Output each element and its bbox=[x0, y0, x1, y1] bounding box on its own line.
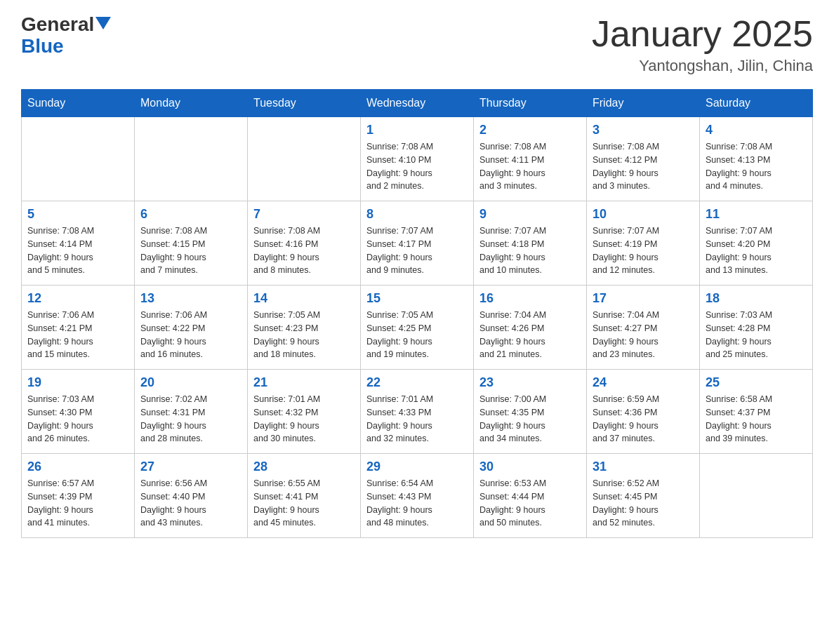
svg-marker-0 bbox=[95, 17, 111, 29]
col-friday: Friday bbox=[587, 90, 700, 117]
calendar-week-row: 19Sunrise: 7:03 AM Sunset: 4:30 PM Dayli… bbox=[22, 370, 813, 454]
day-info: Sunrise: 6:56 AM Sunset: 4:40 PM Dayligh… bbox=[140, 477, 241, 530]
day-number: 23 bbox=[479, 375, 581, 390]
day-number: 8 bbox=[366, 207, 468, 222]
day-info: Sunrise: 7:04 AM Sunset: 4:26 PM Dayligh… bbox=[479, 309, 581, 361]
day-info: Sunrise: 6:53 AM Sunset: 4:44 PM Dayligh… bbox=[479, 477, 581, 530]
day-number: 31 bbox=[593, 459, 694, 474]
logo-triangle-icon bbox=[95, 17, 111, 29]
day-number: 18 bbox=[706, 291, 807, 306]
day-number: 27 bbox=[140, 459, 241, 474]
day-info: Sunrise: 6:52 AM Sunset: 4:45 PM Dayligh… bbox=[593, 477, 694, 530]
calendar-cell bbox=[700, 454, 813, 538]
calendar-cell: 25Sunrise: 6:58 AM Sunset: 4:37 PM Dayli… bbox=[700, 370, 813, 454]
day-info: Sunrise: 7:08 AM Sunset: 4:12 PM Dayligh… bbox=[593, 140, 694, 193]
day-info: Sunrise: 7:08 AM Sunset: 4:14 PM Dayligh… bbox=[27, 224, 128, 277]
day-info: Sunrise: 7:07 AM Sunset: 4:19 PM Dayligh… bbox=[593, 224, 694, 277]
logo-text-blue: Blue bbox=[21, 36, 64, 58]
day-info: Sunrise: 7:06 AM Sunset: 4:21 PM Dayligh… bbox=[27, 309, 128, 361]
day-info: Sunrise: 7:03 AM Sunset: 4:30 PM Dayligh… bbox=[27, 393, 128, 445]
calendar-cell: 22Sunrise: 7:01 AM Sunset: 4:33 PM Dayli… bbox=[361, 370, 474, 454]
calendar-body: 1Sunrise: 7:08 AM Sunset: 4:10 PM Daylig… bbox=[22, 117, 813, 538]
calendar-subtitle: Yantongshan, Jilin, China bbox=[592, 57, 813, 75]
day-info: Sunrise: 7:07 AM Sunset: 4:20 PM Dayligh… bbox=[706, 224, 807, 277]
day-number: 24 bbox=[593, 375, 694, 390]
col-wednesday: Wednesday bbox=[361, 90, 474, 117]
day-info: Sunrise: 7:01 AM Sunset: 4:33 PM Dayligh… bbox=[366, 393, 468, 445]
day-number: 9 bbox=[479, 207, 581, 222]
calendar-cell: 4Sunrise: 7:08 AM Sunset: 4:13 PM Daylig… bbox=[700, 117, 813, 201]
calendar-cell: 29Sunrise: 6:54 AM Sunset: 4:43 PM Dayli… bbox=[361, 454, 474, 538]
calendar-cell: 12Sunrise: 7:06 AM Sunset: 4:21 PM Dayli… bbox=[22, 286, 135, 370]
day-info: Sunrise: 7:04 AM Sunset: 4:27 PM Dayligh… bbox=[593, 309, 694, 361]
page-header: General Blue January 2025 Yantongshan, J… bbox=[21, 14, 813, 75]
calendar-cell bbox=[135, 117, 248, 201]
day-info: Sunrise: 7:00 AM Sunset: 4:35 PM Dayligh… bbox=[479, 393, 581, 445]
calendar-week-row: 1Sunrise: 7:08 AM Sunset: 4:10 PM Daylig… bbox=[22, 117, 813, 201]
day-number: 1 bbox=[366, 123, 468, 137]
day-number: 15 bbox=[366, 291, 468, 306]
col-sunday: Sunday bbox=[22, 90, 135, 117]
calendar-cell: 30Sunrise: 6:53 AM Sunset: 4:44 PM Dayli… bbox=[474, 454, 587, 538]
calendar-cell: 20Sunrise: 7:02 AM Sunset: 4:31 PM Dayli… bbox=[135, 370, 248, 454]
calendar-cell: 2Sunrise: 7:08 AM Sunset: 4:11 PM Daylig… bbox=[474, 117, 587, 201]
day-number: 10 bbox=[593, 207, 694, 222]
calendar-cell: 23Sunrise: 7:00 AM Sunset: 4:35 PM Dayli… bbox=[474, 370, 587, 454]
calendar-cell: 11Sunrise: 7:07 AM Sunset: 4:20 PM Dayli… bbox=[700, 201, 813, 286]
calendar-cell: 28Sunrise: 6:55 AM Sunset: 4:41 PM Dayli… bbox=[248, 454, 361, 538]
calendar-week-row: 12Sunrise: 7:06 AM Sunset: 4:21 PM Dayli… bbox=[22, 286, 813, 370]
day-number: 13 bbox=[140, 291, 241, 306]
day-number: 25 bbox=[706, 375, 807, 390]
calendar-cell: 10Sunrise: 7:07 AM Sunset: 4:19 PM Dayli… bbox=[587, 201, 700, 286]
calendar-cell: 16Sunrise: 7:04 AM Sunset: 4:26 PM Dayli… bbox=[474, 286, 587, 370]
logo: General Blue bbox=[21, 14, 111, 58]
col-saturday: Saturday bbox=[700, 90, 813, 117]
calendar-cell: 24Sunrise: 6:59 AM Sunset: 4:36 PM Dayli… bbox=[587, 370, 700, 454]
day-number: 3 bbox=[593, 123, 694, 137]
day-number: 17 bbox=[593, 291, 694, 306]
day-info: Sunrise: 7:05 AM Sunset: 4:23 PM Dayligh… bbox=[253, 309, 355, 361]
calendar-title: January 2025 bbox=[592, 14, 813, 54]
calendar-cell: 18Sunrise: 7:03 AM Sunset: 4:28 PM Dayli… bbox=[700, 286, 813, 370]
col-monday: Monday bbox=[135, 90, 248, 117]
calendar-cell: 7Sunrise: 7:08 AM Sunset: 4:16 PM Daylig… bbox=[248, 201, 361, 286]
calendar-week-row: 5Sunrise: 7:08 AM Sunset: 4:14 PM Daylig… bbox=[22, 201, 813, 286]
day-info: Sunrise: 7:03 AM Sunset: 4:28 PM Dayligh… bbox=[706, 309, 807, 361]
calendar-cell bbox=[248, 117, 361, 201]
day-info: Sunrise: 7:08 AM Sunset: 4:10 PM Dayligh… bbox=[366, 140, 468, 193]
calendar-cell: 15Sunrise: 7:05 AM Sunset: 4:25 PM Dayli… bbox=[361, 286, 474, 370]
calendar-cell: 19Sunrise: 7:03 AM Sunset: 4:30 PM Dayli… bbox=[22, 370, 135, 454]
calendar-cell: 26Sunrise: 6:57 AM Sunset: 4:39 PM Dayli… bbox=[22, 454, 135, 538]
calendar-cell: 27Sunrise: 6:56 AM Sunset: 4:40 PM Dayli… bbox=[135, 454, 248, 538]
day-number: 4 bbox=[706, 123, 807, 137]
day-info: Sunrise: 6:58 AM Sunset: 4:37 PM Dayligh… bbox=[706, 393, 807, 445]
calendar-week-row: 26Sunrise: 6:57 AM Sunset: 4:39 PM Dayli… bbox=[22, 454, 813, 538]
col-tuesday: Tuesday bbox=[248, 90, 361, 117]
day-number: 11 bbox=[706, 207, 807, 222]
day-number: 16 bbox=[479, 291, 581, 306]
day-number: 19 bbox=[27, 375, 128, 390]
col-thursday: Thursday bbox=[474, 90, 587, 117]
day-number: 26 bbox=[27, 459, 128, 474]
day-info: Sunrise: 6:59 AM Sunset: 4:36 PM Dayligh… bbox=[593, 393, 694, 445]
title-section: January 2025 Yantongshan, Jilin, China bbox=[592, 14, 813, 75]
day-number: 21 bbox=[253, 375, 355, 390]
calendar-cell: 17Sunrise: 7:04 AM Sunset: 4:27 PM Dayli… bbox=[587, 286, 700, 370]
calendar-cell: 14Sunrise: 7:05 AM Sunset: 4:23 PM Dayli… bbox=[248, 286, 361, 370]
day-number: 7 bbox=[253, 207, 355, 222]
calendar-cell: 13Sunrise: 7:06 AM Sunset: 4:22 PM Dayli… bbox=[135, 286, 248, 370]
day-info: Sunrise: 6:55 AM Sunset: 4:41 PM Dayligh… bbox=[253, 477, 355, 530]
day-number: 30 bbox=[479, 459, 581, 474]
calendar-table: Sunday Monday Tuesday Wednesday Thursday… bbox=[21, 89, 813, 538]
day-number: 2 bbox=[479, 123, 581, 137]
day-number: 5 bbox=[27, 207, 128, 222]
day-info: Sunrise: 7:08 AM Sunset: 4:16 PM Dayligh… bbox=[253, 224, 355, 277]
day-info: Sunrise: 7:02 AM Sunset: 4:31 PM Dayligh… bbox=[140, 393, 241, 445]
day-info: Sunrise: 7:08 AM Sunset: 4:15 PM Dayligh… bbox=[140, 224, 241, 277]
day-number: 12 bbox=[27, 291, 128, 306]
day-number: 22 bbox=[366, 375, 468, 390]
header-row: Sunday Monday Tuesday Wednesday Thursday… bbox=[22, 90, 813, 117]
calendar-header: Sunday Monday Tuesday Wednesday Thursday… bbox=[22, 90, 813, 117]
calendar-cell: 3Sunrise: 7:08 AM Sunset: 4:12 PM Daylig… bbox=[587, 117, 700, 201]
day-number: 29 bbox=[366, 459, 468, 474]
